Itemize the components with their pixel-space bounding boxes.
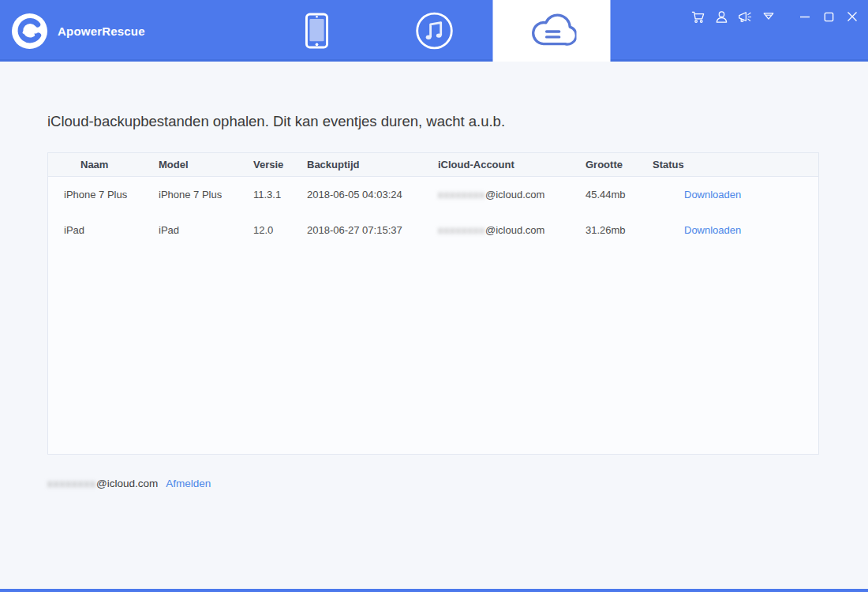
masked-account-prefix: xxxxxxxx [438,224,485,236]
megaphone-icon [737,9,753,24]
tab-icloud-backup[interactable] [493,0,611,62]
download-link[interactable]: Downloaden [684,189,741,200]
cell-backuptijd: 2018-06-27 07:15:37 [307,224,438,236]
footer-accent-strip [0,589,868,592]
close-button[interactable] [844,9,860,24]
cloud-icon [527,13,576,49]
logout-link[interactable]: Afmelden [166,478,211,489]
tab-itunes-backup[interactable] [376,0,493,62]
filter-triangle-icon [761,9,776,24]
account-bar: xxxxxxxx@icloud.com Afmelden [47,478,211,489]
apowerrescue-logo-icon [11,13,48,50]
table-header-row: Naam Model Versie Backuptijd iCloud-Acco… [48,153,818,177]
page-title: iCloud-backupbestanden ophalen. Dit kan … [47,113,505,130]
account-domain: @icloud.com [96,478,158,489]
logged-in-account: xxxxxxxx@icloud.com [47,478,158,489]
cell-naam: iPad [48,224,159,236]
app-window: ApowerRescue [0,0,868,592]
column-header-versie: Versie [253,159,307,170]
column-header-naam: Naam [48,159,159,170]
minimize-icon [799,10,811,23]
column-header-status: Status [653,159,818,170]
brand: ApowerRescue [11,0,145,62]
cell-grootte: 45.44mb [586,189,653,200]
cell-model: iPhone 7 Plus [159,189,253,200]
cell-versie: 11.3.1 [253,189,307,200]
tab-device-recovery[interactable] [258,0,376,62]
cell-model: iPad [159,224,253,236]
user-icon [714,9,729,24]
smartphone-icon [304,12,329,50]
column-header-grootte: Grootte [586,159,653,170]
column-header-backuptijd: Backuptijd [307,159,438,170]
cart-button[interactable] [690,9,705,24]
promotion-button[interactable] [761,9,776,24]
maximize-button[interactable] [821,9,836,24]
column-header-icloud-account: iCloud-Account [438,159,586,170]
header-bar: ApowerRescue [0,0,868,62]
music-note-icon [415,12,453,50]
feedback-button[interactable] [737,9,753,24]
main-tabs [258,0,611,62]
close-icon [846,10,859,23]
backup-table: Naam Model Versie Backuptijd iCloud-Acco… [47,152,819,455]
masked-account-prefix: xxxxxxxx [47,478,96,489]
cell-icloud-account: xxxxxxxx@icloud.com [438,224,586,236]
account-domain: @icloud.com [485,224,544,236]
cell-status: Downloaden [653,189,818,200]
cell-icloud-account: xxxxxxxx@icloud.com [438,189,586,200]
download-link[interactable]: Downloaden [684,224,741,236]
masked-account-prefix: xxxxxxxx [438,189,485,200]
cell-versie: 12.0 [253,224,307,236]
table-row: iPhone 7 Plus iPhone 7 Plus 11.3.1 2018-… [48,177,818,212]
account-button[interactable] [713,9,729,24]
cart-icon [690,9,705,24]
cell-status: Downloaden [653,224,818,236]
cell-naam: iPhone 7 Plus [48,189,159,200]
maximize-icon [823,11,835,23]
account-domain: @icloud.com [485,189,544,200]
minimize-button[interactable] [797,9,813,24]
table-row: iPad iPad 12.0 2018-06-27 07:15:37 xxxxx… [48,212,818,248]
header-actions [690,9,860,24]
column-header-model: Model [159,159,253,170]
cell-grootte: 31.26mb [586,224,653,236]
app-title: ApowerRescue [58,24,145,38]
cell-backuptijd: 2018-06-05 04:03:24 [307,189,438,200]
